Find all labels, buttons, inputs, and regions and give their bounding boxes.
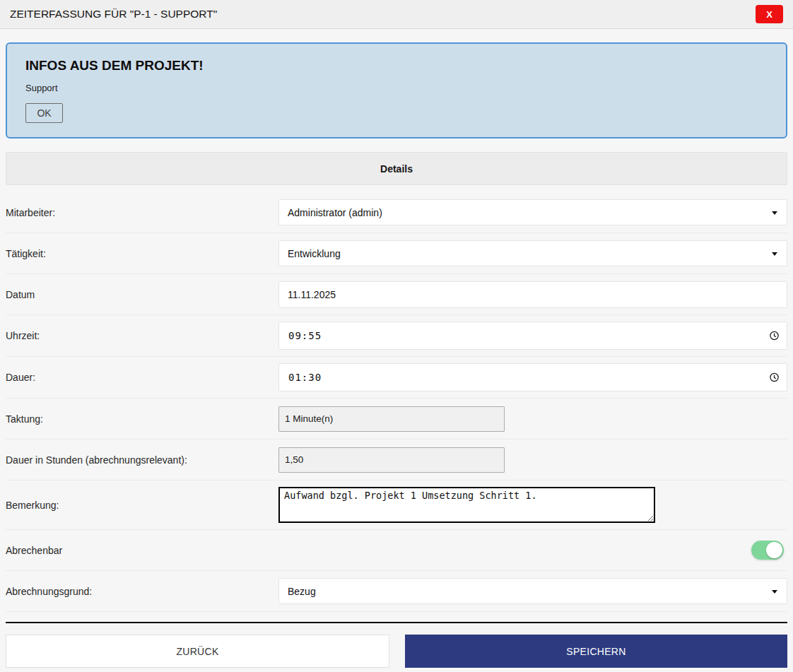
info-box: INFOS AUS DEM PROJEKT! Support OK bbox=[6, 42, 787, 138]
toggle-knob bbox=[766, 542, 782, 558]
abrechenbar-toggle[interactable] bbox=[751, 541, 784, 560]
dauer-stunden-input bbox=[278, 447, 505, 473]
clock-icon[interactable] bbox=[769, 372, 780, 383]
back-button[interactable]: ZURÜCK bbox=[6, 635, 389, 668]
row-bemerkung: Bemerkung: Aufwand bzgl. Projekt 1 Umset… bbox=[6, 481, 787, 530]
row-taktung: Taktung: bbox=[6, 399, 787, 440]
abrechnungsgrund-label: Abrechnungsgrund: bbox=[6, 586, 278, 597]
taetigkeit-selected-value: Entwicklung bbox=[288, 248, 341, 259]
row-dauer-stunden: Dauer in Stunden (abrechnungsrelevant): bbox=[6, 440, 787, 481]
ok-button[interactable]: OK bbox=[25, 103, 63, 123]
abrechnungsgrund-selected-value: Bezug bbox=[288, 586, 316, 597]
bemerkung-textarea[interactable]: Aufwand bzgl. Projekt 1 Umsetzung Schrit… bbox=[278, 487, 655, 523]
datum-input[interactable] bbox=[278, 281, 787, 308]
chevron-down-icon bbox=[772, 211, 777, 215]
mitarbeiter-selected-value: Administrator (admin) bbox=[288, 207, 382, 218]
uhrzeit-label: Uhrzeit: bbox=[6, 330, 278, 341]
chevron-down-icon bbox=[772, 252, 777, 256]
dialog-title: ZEITERFASSUNG FÜR "P-1 - SUPPORT" bbox=[10, 8, 217, 20]
bemerkung-label: Bemerkung: bbox=[6, 500, 278, 511]
row-abrechnungsgrund: Abrechnungsgrund: Bezug bbox=[6, 571, 787, 612]
abrechenbar-label: Abrechenbar bbox=[6, 545, 278, 556]
row-datum: Datum bbox=[6, 274, 787, 315]
dauer-label: Dauer: bbox=[6, 372, 278, 383]
chevron-down-icon bbox=[772, 590, 777, 594]
row-abrechenbar: Abrechenbar bbox=[6, 530, 787, 571]
dialog-header: ZEITERFASSUNG FÜR "P-1 - SUPPORT" X bbox=[0, 0, 793, 29]
taetigkeit-label: Tätigkeit: bbox=[6, 248, 278, 259]
clock-icon[interactable] bbox=[769, 331, 780, 341]
abrechnungsgrund-select[interactable]: Bezug bbox=[278, 578, 787, 604]
mitarbeiter-select[interactable]: Administrator (admin) bbox=[278, 199, 787, 225]
taktung-input bbox=[278, 406, 505, 432]
row-uhrzeit: Uhrzeit: bbox=[6, 315, 787, 357]
taktung-label: Taktung: bbox=[6, 413, 278, 425]
info-box-title: INFOS AUS DEM PROJEKT! bbox=[25, 58, 768, 73]
footer-actions: ZURÜCK SPEICHERN bbox=[6, 635, 787, 668]
time-entry-form: Mitarbeiter: Administrator (admin) Tätig… bbox=[6, 192, 787, 612]
mitarbeiter-label: Mitarbeiter: bbox=[6, 207, 278, 218]
close-button[interactable]: X bbox=[756, 5, 783, 23]
datum-label: Datum bbox=[6, 289, 278, 300]
taetigkeit-select[interactable]: Entwicklung bbox=[278, 240, 787, 266]
row-dauer: Dauer: bbox=[6, 357, 787, 399]
row-mitarbeiter: Mitarbeiter: Administrator (admin) bbox=[6, 192, 787, 233]
dauer-stunden-label: Dauer in Stunden (abrechnungsrelevant): bbox=[6, 454, 278, 466]
dialog-content: INFOS AUS DEM PROJEKT! Support OK Detail… bbox=[0, 42, 793, 668]
save-button[interactable]: SPEICHERN bbox=[405, 635, 787, 668]
footer-divider bbox=[6, 622, 787, 623]
uhrzeit-input[interactable] bbox=[278, 322, 787, 350]
row-taetigkeit: Tätigkeit: Entwicklung bbox=[6, 233, 787, 274]
info-box-body: Support bbox=[25, 83, 768, 93]
dauer-input[interactable] bbox=[278, 363, 787, 391]
section-header-details: Details bbox=[6, 152, 787, 185]
